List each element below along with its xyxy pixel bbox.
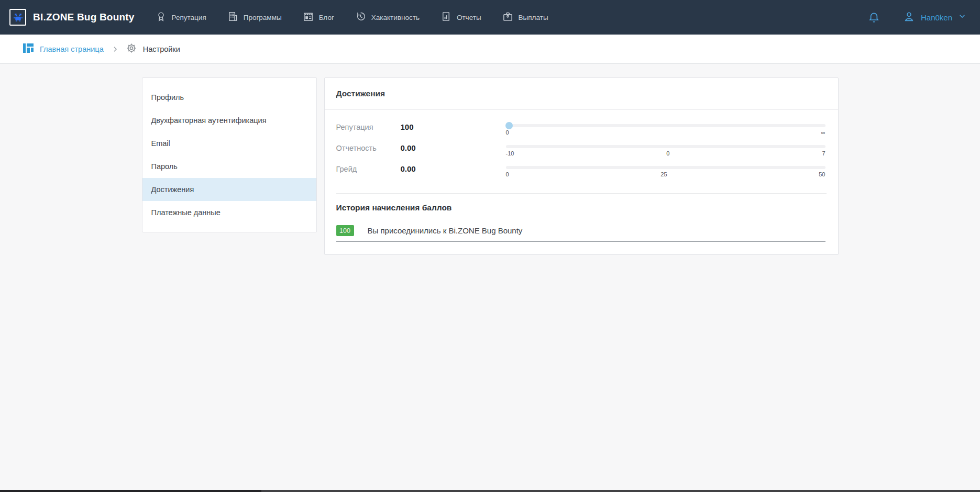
tick-max: ∞ bbox=[821, 129, 825, 136]
breadcrumb-home-link[interactable]: Главная страница bbox=[23, 42, 104, 56]
payouts-icon bbox=[502, 11, 513, 24]
breadcrumb-home-label: Главная страница bbox=[40, 45, 104, 53]
gear-icon bbox=[126, 42, 137, 56]
stat-value: 100 bbox=[401, 122, 506, 131]
slider-handle[interactable] bbox=[505, 122, 513, 129]
username: Han0ken bbox=[921, 13, 952, 22]
tick-mid: 25 bbox=[660, 171, 667, 177]
points-history-section: История начисления баллов 100 Вы присоед… bbox=[325, 194, 838, 254]
slider-ticks: 0 25 50 bbox=[506, 171, 825, 177]
panel-title: Достижения bbox=[336, 89, 386, 98]
breadcrumb-separator-icon bbox=[112, 46, 119, 53]
sidebar-item-email[interactable]: Email bbox=[142, 132, 316, 155]
nav-label: Репутация bbox=[172, 14, 206, 21]
panel-header: Достижения bbox=[325, 78, 838, 110]
slider-ticks: 0 ∞ bbox=[506, 129, 825, 136]
bizone-logo[interactable]: BI.ZONE Bug Bounty bbox=[9, 9, 135, 26]
breadcrumb-current: Настройки bbox=[126, 42, 180, 56]
top-navbar: BI.ZONE Bug Bounty Репутация bbox=[0, 0, 980, 35]
settings-page: Профиль Двухфакторная аутентификация Ema… bbox=[142, 77, 839, 255]
nav-label: Хакактивность bbox=[371, 14, 420, 21]
slider-track[interactable] bbox=[506, 124, 825, 127]
history-entry-text: Вы присоединились к Bi.ZONE Bug Bounty bbox=[368, 226, 523, 235]
logo-text: BI.ZONE Bug Bounty bbox=[33, 12, 135, 23]
tick-mid: 0 bbox=[666, 150, 669, 156]
chevron-down-icon bbox=[958, 12, 966, 23]
slider-track[interactable] bbox=[506, 166, 825, 169]
tick-max: 50 bbox=[819, 171, 825, 177]
dashboard-tiles-icon bbox=[23, 42, 34, 56]
sidebar-item-achievements[interactable]: Достижения bbox=[142, 178, 316, 201]
tick-min: 0 bbox=[506, 171, 509, 177]
breadcrumb: Главная страница Настройки bbox=[0, 35, 980, 64]
stats-section: Репутация 100 0 ∞ Отчетность 0.00 bbox=[325, 110, 838, 185]
stat-label: Репутация bbox=[336, 122, 401, 131]
tick-min: -10 bbox=[506, 150, 514, 156]
nav-label: Отчеты bbox=[457, 14, 481, 21]
navbar-right: Han0ken bbox=[868, 10, 966, 25]
building-icon bbox=[227, 11, 238, 24]
stat-row-grade: Грейд 0.00 0 25 50 bbox=[336, 164, 825, 185]
sidebar-item-2fa[interactable]: Двухфакторная аутентификация bbox=[142, 109, 316, 132]
horizontal-scrollbar[interactable] bbox=[0, 490, 980, 492]
bizone-bug-icon bbox=[9, 9, 26, 26]
sidebar-item-password[interactable]: Пароль bbox=[142, 155, 316, 178]
nav-item-reports[interactable]: Отчеты bbox=[441, 11, 481, 24]
scrollbar-thumb[interactable] bbox=[0, 490, 261, 492]
history-icon bbox=[355, 11, 366, 24]
nav-item-payouts[interactable]: Выплаты bbox=[502, 11, 548, 24]
breadcrumb-current-label: Настройки bbox=[143, 45, 180, 53]
main-navigation: Репутация Программы bbox=[156, 11, 548, 24]
points-history-title: История начисления баллов bbox=[336, 203, 825, 213]
sidebar-item-profile[interactable]: Профиль bbox=[142, 86, 316, 109]
achievements-panel: Достижения Репутация 100 0 ∞ О bbox=[324, 77, 839, 255]
reputation-slider: 0 ∞ bbox=[506, 122, 825, 136]
slider-ticks: -10 0 7 bbox=[506, 150, 825, 156]
stat-row-reputation: Репутация 100 0 ∞ bbox=[336, 122, 825, 143]
grade-slider: 0 25 50 bbox=[506, 164, 825, 177]
sidebar-item-payment-data[interactable]: Платежные данные bbox=[142, 201, 316, 224]
history-entry: 100 Вы присоединились к Bi.ZONE Bug Boun… bbox=[336, 225, 825, 242]
stat-label: Отчетность bbox=[336, 143, 401, 152]
stat-value: 0.00 bbox=[401, 143, 506, 152]
nav-label: Блог bbox=[319, 14, 334, 21]
report-icon bbox=[441, 11, 452, 24]
nav-label: Программы bbox=[244, 14, 282, 21]
nav-item-blog[interactable]: Блог bbox=[303, 11, 334, 24]
reporting-slider: -10 0 7 bbox=[506, 143, 825, 156]
slider-track[interactable] bbox=[506, 145, 825, 148]
nav-label: Выплаты bbox=[519, 14, 548, 21]
notifications-bell-icon[interactable] bbox=[868, 12, 880, 24]
nav-item-reputation[interactable]: Репутация bbox=[156, 11, 206, 24]
tick-max: 7 bbox=[822, 150, 825, 156]
user-icon bbox=[903, 10, 915, 25]
tick-min: 0 bbox=[506, 129, 509, 136]
user-menu[interactable]: Han0ken bbox=[903, 10, 966, 25]
news-icon bbox=[303, 11, 314, 24]
stat-label: Грейд bbox=[336, 164, 401, 173]
settings-sidebar: Профиль Двухфакторная аутентификация Ema… bbox=[142, 77, 317, 232]
stat-value: 0.00 bbox=[401, 164, 506, 173]
points-badge: 100 bbox=[336, 225, 354, 236]
medal-icon bbox=[156, 11, 167, 24]
nav-item-hackactivity[interactable]: Хакактивность bbox=[355, 11, 420, 24]
stat-row-reporting: Отчетность 0.00 -10 0 7 bbox=[336, 143, 825, 164]
nav-item-programs[interactable]: Программы bbox=[227, 11, 282, 24]
